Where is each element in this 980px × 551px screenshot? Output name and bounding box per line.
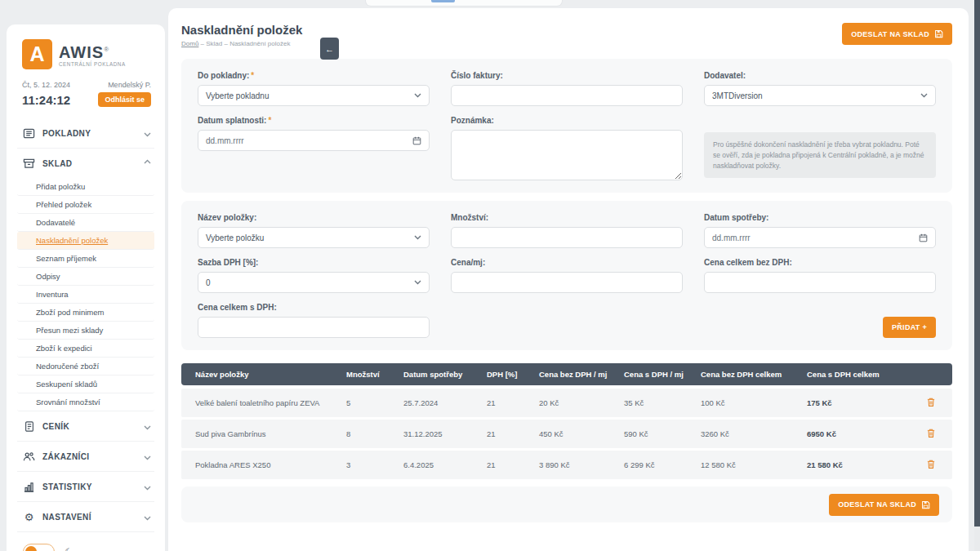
sidebar-item-nastaveni[interactable]: ⚙ NASTAVENÍ <box>17 502 154 532</box>
sidebar-subitem[interactable]: Dodavatelé <box>17 214 154 232</box>
sidebar-subitem-label: Dodavatelé <box>36 218 75 227</box>
sidebar-subitem[interactable]: Srovnání množství <box>17 393 154 411</box>
add-item-button[interactable]: PŘIDAT + <box>883 317 936 338</box>
chevron-up-icon <box>144 156 151 171</box>
current-time: 11:24:12 <box>22 93 70 107</box>
breadcrumb-home-link[interactable]: Domů <box>181 40 198 47</box>
sidebar-subitem[interactable]: Přidat položku <box>17 178 154 196</box>
field-label: Číslo faktury: <box>451 71 683 80</box>
delete-row-button[interactable] <box>926 428 936 440</box>
sidebar-item-sklad[interactable]: SKLAD <box>17 149 154 178</box>
cell-quantity: 5 <box>346 398 403 407</box>
chevron-down-icon <box>414 93 421 98</box>
sidebar-item-zakaznici[interactable]: ZÁKAZNÍCI <box>17 442 154 472</box>
sidebar-subitem[interactable]: Nedoručené zboží <box>17 358 154 375</box>
trash-icon <box>926 397 936 407</box>
collapse-sidebar-button[interactable]: ← <box>320 38 339 60</box>
sidebar-subitem[interactable]: Inventura <box>17 286 154 304</box>
cell-unit-net: 3 890 Kč <box>539 460 624 469</box>
required-asterisk: * <box>268 116 271 125</box>
calendar-icon[interactable] <box>919 233 928 242</box>
field-label: Datum spotřeby: <box>704 213 936 222</box>
column-header: Cena bez DPH / mj <box>539 370 624 379</box>
sidebar-subitem[interactable]: Zboží pod minimem <box>17 304 154 322</box>
cell-vat: 21 <box>487 460 539 469</box>
total-gross-input[interactable] <box>198 317 430 338</box>
column-header: Cena bez DPH celkem <box>701 370 807 379</box>
toggle-knob <box>25 546 37 551</box>
sidebar-item-statistiky[interactable]: STATISTIKY <box>17 472 154 502</box>
pricelist-icon <box>23 420 35 433</box>
total-net-input[interactable] <box>704 272 936 293</box>
save-icon <box>934 29 943 38</box>
table-row: Velké balení toaletního papíru ZEVA 5 25… <box>181 389 952 417</box>
expiry-date-input[interactable]: dd.mm.rrrr <box>704 227 936 248</box>
submit-to-warehouse-button-top[interactable]: ODESLAT NA SKLAD <box>842 23 952 45</box>
logout-button[interactable]: Odhlásit se <box>98 92 151 107</box>
gear-icon: ⚙ <box>23 511 35 523</box>
sidebar-subitem-label: Přehled položek <box>36 200 91 209</box>
sidebar-subitem[interactable]: Zboží k expedici <box>17 340 154 358</box>
page-title: Naskladnění položek <box>181 23 302 37</box>
supplier-select[interactable]: 3MTDiversion <box>704 85 936 106</box>
sidebar-subitem[interactable]: Odpisy <box>17 268 154 286</box>
cell-vat: 21 <box>487 429 539 438</box>
table-row: Pokladna ARES X250 3 6.4.2025 21 3 890 K… <box>181 451 952 479</box>
table-row: Sud piva Gambrínus 8 31.12.2025 21 450 K… <box>181 420 952 448</box>
statistics-icon <box>23 481 35 493</box>
cell-total-net: 3260 Kč <box>701 429 807 438</box>
column-header: DPH [%] <box>487 370 539 379</box>
cash-register-select[interactable]: Vyberte pokladnu <box>198 85 430 106</box>
quantity-input[interactable] <box>451 227 683 248</box>
browser-tab-accent <box>431 0 455 2</box>
sidebar-subitem[interactable]: Seskupení skladů <box>17 375 154 393</box>
cell-total-gross: 21 580 Kč <box>807 460 909 469</box>
chevron-down-icon <box>920 93 928 98</box>
item-name-select[interactable]: Vyberte položku <box>198 227 430 248</box>
scrollbar-thumb[interactable] <box>974 0 980 527</box>
awis-logo: A AWIS® CENTRÁLNÍ POKLADNA <box>17 38 154 78</box>
browser-tab-artifact <box>365 0 563 7</box>
delete-row-button[interactable] <box>926 397 936 409</box>
sidebar-subitem[interactable]: Přehled položek <box>17 196 154 214</box>
cell-unit-gross: 35 Kč <box>624 398 701 407</box>
dark-mode-toggle[interactable] <box>23 544 55 551</box>
column-header: Datum spotřeby <box>403 370 487 379</box>
calendar-icon[interactable] <box>412 136 421 145</box>
unit-price-input[interactable] <box>451 272 683 293</box>
field-label: Datum splatnosti:* <box>198 116 430 125</box>
sidebar-subitem-label: Nedoručené zboží <box>36 362 99 371</box>
vat-rate-select[interactable]: 0 <box>198 272 430 293</box>
field-label: Do pokladny:* <box>198 71 430 80</box>
cell-total-gross: 6950 Kč <box>807 429 909 438</box>
chevron-down-icon <box>144 419 151 433</box>
sidebar-subitem-label: Srovnání množství <box>36 398 100 407</box>
invoice-number-input[interactable] <box>451 85 683 106</box>
sidebar-subitem[interactable]: Naskladnění položek <box>17 232 154 250</box>
session-info: Čt, 5. 12. 2024 Mendelský P. 11:24:12 Od… <box>17 78 154 118</box>
moon-icon: ☾ <box>64 544 76 551</box>
sidebar-item-pokladny[interactable]: POKLADNY <box>17 118 154 149</box>
sidebar-subitem[interactable]: Seznam příjemek <box>17 250 154 268</box>
field-label: Dodavatel: <box>704 71 936 80</box>
sidebar-subitem-label: Naskladnění položek <box>36 236 108 245</box>
required-asterisk: * <box>251 71 254 80</box>
warehouse-icon <box>23 158 35 170</box>
note-textarea[interactable] <box>451 130 683 180</box>
column-header: Cena s DPH / mj <box>624 370 701 379</box>
delete-row-button[interactable] <box>926 459 936 471</box>
awis-logo-mark: A <box>22 39 52 69</box>
cell-item-name: Sud piva Gambrínus <box>195 429 346 438</box>
submit-to-warehouse-button-bottom[interactable]: ODESLAT NA SKLAD <box>829 494 939 516</box>
current-date: Čt, 5. 12. 2024 <box>22 81 70 89</box>
sidebar-item-cenik[interactable]: CENÍK <box>17 411 154 442</box>
cell-total-net: 12 580 Kč <box>701 460 807 469</box>
sidebar-subitem[interactable]: Přesun mezi sklady <box>17 322 154 340</box>
item-form-card: Název položky: Vyberte položku Množství:… <box>181 201 952 350</box>
column-header: Množství <box>346 370 403 379</box>
chevron-down-icon <box>144 509 151 524</box>
cell-item-name: Pokladna ARES X250 <box>195 460 346 469</box>
cash-registers-icon <box>23 127 35 140</box>
due-date-input[interactable]: dd.mm.rrrr <box>198 130 430 151</box>
brand-subtitle: CENTRÁLNÍ POKLADNA <box>59 61 126 67</box>
